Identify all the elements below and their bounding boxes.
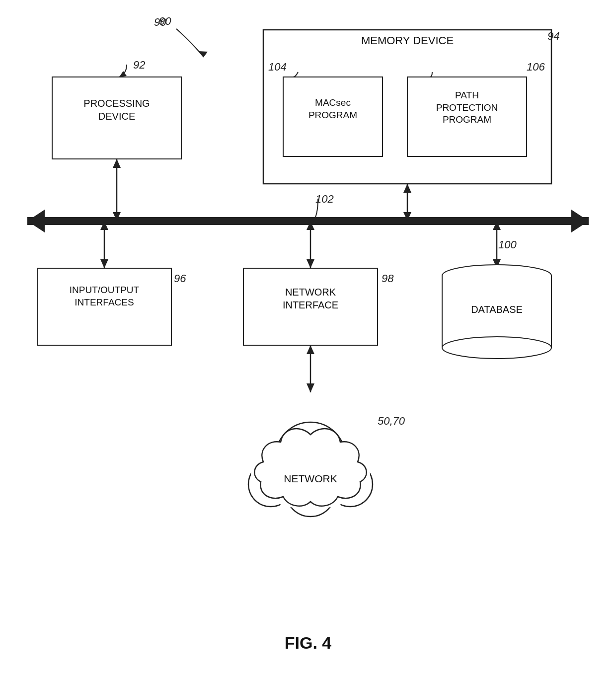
svg-marker-10 <box>113 159 121 168</box>
svg-marker-7 <box>27 210 45 232</box>
svg-marker-0 <box>199 51 208 57</box>
database-label: DATABASE <box>442 303 551 316</box>
svg-marker-13 <box>403 184 411 193</box>
svg-marker-17 <box>100 221 108 230</box>
ref-104: 104 <box>268 61 287 74</box>
diagram: 90 <box>0 0 616 676</box>
svg-marker-27 <box>307 383 314 392</box>
ref-92: 92 <box>133 59 145 72</box>
network-interface-label: NETWORKINTERFACE <box>243 286 378 311</box>
ref-102: 102 <box>315 193 334 206</box>
svg-point-29 <box>442 265 551 287</box>
memory-device-label: MEMORY DEVICE <box>263 34 551 48</box>
ref-100: 100 <box>498 238 517 251</box>
svg-marker-11 <box>113 212 121 221</box>
ref-98: 98 <box>382 272 393 285</box>
svg-marker-25 <box>493 259 501 268</box>
ref-96: 96 <box>174 272 186 285</box>
io-interfaces-label: INPUT/OUTPUTINTERFACES <box>37 284 171 308</box>
svg-point-33 <box>442 337 551 359</box>
svg-marker-24 <box>493 221 501 230</box>
processing-device-label: PROCESSINGDEVICE <box>52 97 181 123</box>
ref-106: 106 <box>527 61 545 74</box>
ref-94: 94 <box>547 30 559 43</box>
path-protection-label: PATHPROTECTIONPROGRAM <box>407 89 527 126</box>
svg-point-36 <box>308 442 363 497</box>
network-label: NETWORK <box>243 472 378 485</box>
svg-marker-28 <box>307 345 314 354</box>
cloud-network <box>254 429 366 506</box>
macsec-program-label: MACsecPROGRAM <box>283 97 383 121</box>
svg-marker-21 <box>307 221 314 230</box>
ref-5070: 50,70 <box>378 415 405 428</box>
ref-90-label: 90 <box>159 15 171 28</box>
svg-marker-8 <box>571 210 589 232</box>
svg-marker-14 <box>403 212 411 221</box>
svg-point-35 <box>258 442 313 497</box>
svg-marker-5 <box>119 71 127 77</box>
fig-caption: FIG. 4 <box>0 633 616 653</box>
svg-marker-18 <box>100 259 108 268</box>
svg-marker-22 <box>307 259 314 268</box>
